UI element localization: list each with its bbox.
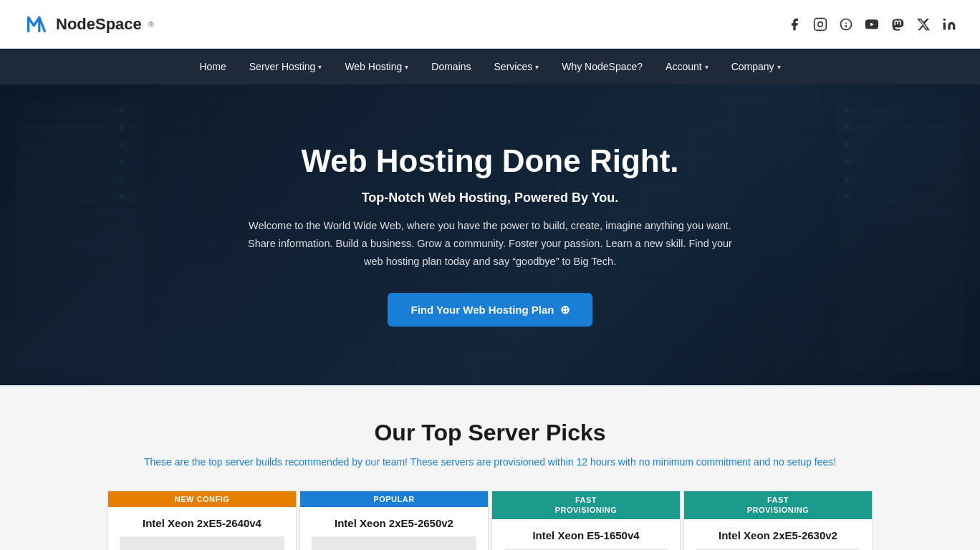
hero-cta-button[interactable]: Find Your Web Hosting Plan ⊕ — [388, 293, 592, 327]
server-card-2[interactable]: FASTPROVISIONING Intel Xeon E5-1650v4 — [491, 491, 681, 550]
logo[interactable]: NodeSpace ® — [23, 11, 154, 38]
logo-trademark: ® — [148, 20, 154, 29]
social-icons-bar — [787, 16, 957, 32]
card-placeholder-0 — [120, 536, 284, 550]
server-cards-row: NEW CONFIG Intel Xeon 2xE5-2640v4 POPULA… — [17, 491, 963, 550]
card-placeholder-1 — [312, 536, 476, 550]
server-picks-section: Our Top Server Picks These are the top s… — [0, 385, 980, 550]
nav-arrow: ▾ — [705, 63, 708, 71]
nav-arrow: ▾ — [777, 63, 781, 71]
youtube-icon[interactable] — [864, 16, 880, 32]
nav-domains[interactable]: Domains — [421, 49, 481, 85]
nav-arrow: ▾ — [318, 63, 322, 71]
card-badge-2: FASTPROVISIONING — [492, 491, 680, 519]
card-cpu-2: Intel Xeon E5-1650v4 — [504, 529, 668, 541]
card-badge-0: NEW CONFIG — [108, 491, 296, 507]
nav-account[interactable]: Account ▾ — [655, 49, 719, 85]
threads-icon[interactable] — [838, 16, 854, 32]
nav-web-hosting[interactable]: Web Hosting ▾ — [335, 49, 418, 85]
facebook-icon[interactable] — [787, 16, 802, 32]
instagram-icon[interactable] — [812, 16, 828, 32]
server-card-1[interactable]: POPULAR Intel Xeon 2xE5-2650v2 — [299, 491, 489, 550]
picks-title: Our Top Server Picks — [17, 420, 963, 446]
nav-why-nodespace[interactable]: Why NodeSpace? — [552, 49, 653, 85]
picks-subtitle: These are the top server builds recommen… — [17, 456, 963, 468]
nav-arrow: ▾ — [405, 63, 408, 71]
hero-section: Web Hosting Done Right. Top-Notch Web Ho… — [0, 85, 980, 385]
logo-text: NodeSpace — [56, 15, 142, 34]
top-bar: NodeSpace ® — [0, 0, 980, 49]
card-cpu-1: Intel Xeon 2xE5-2650v2 — [312, 517, 476, 529]
logo-icon — [23, 11, 50, 38]
arrow-circle-icon: ⊕ — [560, 303, 570, 317]
mastodon-icon[interactable] — [890, 16, 905, 32]
main-nav: Home Server Hosting ▾ Web Hosting ▾ Doma… — [0, 49, 980, 85]
hero-description: Welcome to the World Wide Web, where you… — [239, 217, 741, 270]
linkedin-icon[interactable] — [941, 16, 957, 32]
hero-title: Web Hosting Done Right. — [239, 143, 741, 180]
svg-rect-0 — [23, 11, 50, 38]
server-card-0[interactable]: NEW CONFIG Intel Xeon 2xE5-2640v4 — [107, 491, 297, 550]
hero-cta-label: Find Your Web Hosting Plan — [410, 304, 554, 316]
nav-arrow: ▾ — [535, 63, 539, 71]
card-badge-3: FASTPROVISIONING — [684, 491, 872, 519]
card-cpu-3: Intel Xeon 2xE5-2630v2 — [696, 529, 860, 541]
svg-point-3 — [943, 18, 946, 20]
x-twitter-icon[interactable] — [916, 16, 931, 32]
svg-rect-1 — [815, 18, 827, 30]
nav-company[interactable]: Company ▾ — [721, 49, 791, 85]
server-card-3[interactable]: FASTPROVISIONING Intel Xeon 2xE5-2630v2 — [683, 491, 873, 550]
card-badge-1: POPULAR — [300, 491, 488, 507]
nav-home[interactable]: Home — [189, 49, 236, 85]
nav-services[interactable]: Services ▾ — [484, 49, 549, 85]
hero-content: Web Hosting Done Right. Top-Notch Web Ho… — [225, 143, 755, 327]
nav-server-hosting[interactable]: Server Hosting ▾ — [239, 49, 332, 85]
card-cpu-0: Intel Xeon 2xE5-2640v4 — [120, 517, 284, 529]
hero-subtitle: Top-Notch Web Hosting, Powered By You. — [239, 190, 741, 206]
